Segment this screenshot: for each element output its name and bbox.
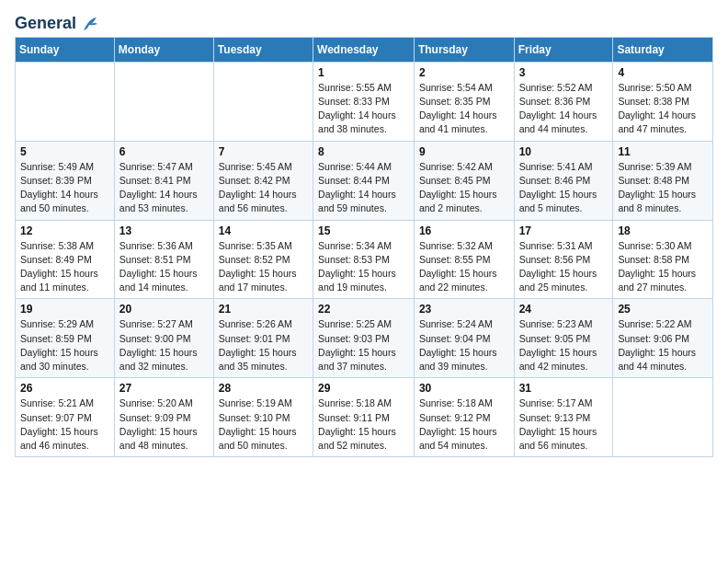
calendar-week-5: 26Sunrise: 5:21 AM Sunset: 9:07 PM Dayli…: [16, 378, 713, 457]
calendar-cell: 3Sunrise: 5:52 AM Sunset: 8:36 PM Daylig…: [514, 62, 613, 141]
day-number: 29: [318, 382, 409, 395]
calendar-cell: [114, 62, 213, 141]
calendar-week-4: 19Sunrise: 5:29 AM Sunset: 8:59 PM Dayli…: [16, 299, 713, 378]
day-number: 30: [419, 382, 509, 395]
day-info: Sunrise: 5:34 AM Sunset: 8:53 PM Dayligh…: [318, 239, 409, 295]
day-number: 22: [318, 303, 409, 316]
weekday-header-saturday: Saturday: [613, 37, 713, 62]
weekday-header-thursday: Thursday: [414, 37, 514, 62]
day-info: Sunrise: 5:55 AM Sunset: 8:33 PM Dayligh…: [318, 81, 409, 137]
day-info: Sunrise: 5:26 AM Sunset: 9:01 PM Dayligh…: [219, 317, 308, 373]
calendar-week-2: 5Sunrise: 5:49 AM Sunset: 8:39 PM Daylig…: [16, 141, 713, 220]
day-number: 24: [519, 303, 609, 316]
calendar-cell: 9Sunrise: 5:42 AM Sunset: 8:45 PM Daylig…: [414, 141, 514, 220]
logo-bird-icon: [78, 17, 98, 31]
day-info: Sunrise: 5:17 AM Sunset: 9:13 PM Dayligh…: [519, 396, 609, 453]
calendar-cell: 14Sunrise: 5:35 AM Sunset: 8:52 PM Dayli…: [213, 220, 313, 299]
calendar-cell: 30Sunrise: 5:18 AM Sunset: 9:12 PM Dayli…: [414, 378, 514, 457]
calendar-cell: [213, 62, 313, 141]
day-info: Sunrise: 5:36 AM Sunset: 8:51 PM Dayligh…: [119, 239, 209, 295]
day-info: Sunrise: 5:20 AM Sunset: 9:09 PM Dayligh…: [119, 396, 209, 453]
day-number: 10: [519, 145, 609, 158]
calendar-cell: 4Sunrise: 5:50 AM Sunset: 8:38 PM Daylig…: [613, 62, 713, 141]
calendar-cell: 24Sunrise: 5:23 AM Sunset: 9:05 PM Dayli…: [514, 299, 613, 378]
day-number: 5: [20, 145, 109, 158]
day-number: 3: [519, 66, 609, 79]
day-info: Sunrise: 5:21 AM Sunset: 9:07 PM Dayligh…: [20, 396, 109, 453]
day-number: 13: [119, 224, 209, 237]
calendar-cell: 13Sunrise: 5:36 AM Sunset: 8:51 PM Dayli…: [114, 220, 213, 299]
day-info: Sunrise: 5:31 AM Sunset: 8:56 PM Dayligh…: [519, 239, 609, 295]
calendar-week-3: 12Sunrise: 5:38 AM Sunset: 8:49 PM Dayli…: [16, 220, 713, 299]
logo-text: General: [15, 15, 76, 33]
calendar-cell: 12Sunrise: 5:38 AM Sunset: 8:49 PM Dayli…: [16, 220, 115, 299]
calendar-cell: 21Sunrise: 5:26 AM Sunset: 9:01 PM Dayli…: [213, 299, 313, 378]
day-info: Sunrise: 5:22 AM Sunset: 9:06 PM Dayligh…: [618, 317, 708, 373]
calendar-cell: 1Sunrise: 5:55 AM Sunset: 8:33 PM Daylig…: [313, 62, 415, 141]
day-number: 7: [219, 145, 308, 158]
day-number: 21: [219, 303, 308, 316]
day-number: 12: [20, 224, 109, 237]
day-number: 1: [318, 66, 409, 79]
weekday-header-tuesday: Tuesday: [213, 37, 313, 62]
day-info: Sunrise: 5:54 AM Sunset: 8:35 PM Dayligh…: [419, 81, 509, 137]
calendar-cell: 29Sunrise: 5:18 AM Sunset: 9:11 PM Dayli…: [313, 378, 415, 457]
day-info: Sunrise: 5:38 AM Sunset: 8:49 PM Dayligh…: [20, 239, 109, 295]
day-number: 20: [119, 303, 209, 316]
calendar-cell: 28Sunrise: 5:19 AM Sunset: 9:10 PM Dayli…: [213, 378, 313, 457]
calendar-cell: 23Sunrise: 5:24 AM Sunset: 9:04 PM Dayli…: [414, 299, 514, 378]
day-number: 18: [618, 224, 708, 237]
calendar-cell: 5Sunrise: 5:49 AM Sunset: 8:39 PM Daylig…: [16, 141, 115, 220]
calendar-cell: 7Sunrise: 5:45 AM Sunset: 8:42 PM Daylig…: [213, 141, 313, 220]
calendar-cell: 16Sunrise: 5:32 AM Sunset: 8:55 PM Dayli…: [414, 220, 514, 299]
calendar-cell: 25Sunrise: 5:22 AM Sunset: 9:06 PM Dayli…: [613, 299, 713, 378]
calendar-header: SundayMondayTuesdayWednesdayThursdayFrid…: [16, 37, 713, 62]
logo: General: [15, 15, 98, 29]
calendar-cell: 26Sunrise: 5:21 AM Sunset: 9:07 PM Dayli…: [16, 378, 115, 457]
day-info: Sunrise: 5:41 AM Sunset: 8:46 PM Dayligh…: [519, 160, 609, 216]
day-info: Sunrise: 5:42 AM Sunset: 8:45 PM Dayligh…: [419, 160, 509, 216]
calendar-cell: 27Sunrise: 5:20 AM Sunset: 9:09 PM Dayli…: [114, 378, 213, 457]
day-number: 6: [119, 145, 209, 158]
calendar-cell: 11Sunrise: 5:39 AM Sunset: 8:48 PM Dayli…: [613, 141, 713, 220]
calendar-cell: 17Sunrise: 5:31 AM Sunset: 8:56 PM Dayli…: [514, 220, 613, 299]
calendar-cell: [16, 62, 115, 141]
day-number: 28: [219, 382, 308, 395]
calendar-cell: 18Sunrise: 5:30 AM Sunset: 8:58 PM Dayli…: [613, 220, 713, 299]
day-info: Sunrise: 5:18 AM Sunset: 9:12 PM Dayligh…: [419, 396, 509, 453]
day-info: Sunrise: 5:25 AM Sunset: 9:03 PM Dayligh…: [318, 317, 409, 373]
calendar-week-1: 1Sunrise: 5:55 AM Sunset: 8:33 PM Daylig…: [16, 62, 713, 141]
day-info: Sunrise: 5:32 AM Sunset: 8:55 PM Dayligh…: [419, 239, 509, 295]
day-number: 25: [618, 303, 708, 316]
calendar-table: SundayMondayTuesdayWednesdayThursdayFrid…: [15, 37, 713, 457]
weekday-header-sunday: Sunday: [16, 37, 115, 62]
day-info: Sunrise: 5:49 AM Sunset: 8:39 PM Dayligh…: [20, 160, 109, 216]
day-info: Sunrise: 5:18 AM Sunset: 9:11 PM Dayligh…: [318, 396, 409, 453]
day-number: 19: [20, 303, 109, 316]
day-info: Sunrise: 5:45 AM Sunset: 8:42 PM Dayligh…: [219, 160, 308, 216]
day-number: 31: [519, 382, 609, 395]
calendar-body: 1Sunrise: 5:55 AM Sunset: 8:33 PM Daylig…: [16, 62, 713, 456]
day-number: 9: [419, 145, 509, 158]
day-info: Sunrise: 5:24 AM Sunset: 9:04 PM Dayligh…: [419, 317, 509, 373]
day-info: Sunrise: 5:30 AM Sunset: 8:58 PM Dayligh…: [618, 239, 708, 295]
day-number: 27: [119, 382, 209, 395]
calendar-cell: 20Sunrise: 5:27 AM Sunset: 9:00 PM Dayli…: [114, 299, 213, 378]
day-info: Sunrise: 5:29 AM Sunset: 8:59 PM Dayligh…: [20, 317, 109, 373]
day-number: 4: [618, 66, 708, 79]
calendar-cell: [613, 378, 713, 457]
day-info: Sunrise: 5:23 AM Sunset: 9:05 PM Dayligh…: [519, 317, 609, 373]
day-number: 2: [419, 66, 509, 79]
day-number: 23: [419, 303, 509, 316]
day-number: 8: [318, 145, 409, 158]
calendar-cell: 2Sunrise: 5:54 AM Sunset: 8:35 PM Daylig…: [414, 62, 514, 141]
day-info: Sunrise: 5:27 AM Sunset: 9:00 PM Dayligh…: [119, 317, 209, 373]
calendar-cell: 19Sunrise: 5:29 AM Sunset: 8:59 PM Dayli…: [16, 299, 115, 378]
weekday-header-row: SundayMondayTuesdayWednesdayThursdayFrid…: [16, 37, 713, 62]
day-number: 16: [419, 224, 509, 237]
day-info: Sunrise: 5:19 AM Sunset: 9:10 PM Dayligh…: [219, 396, 308, 453]
day-info: Sunrise: 5:35 AM Sunset: 8:52 PM Dayligh…: [219, 239, 308, 295]
day-number: 14: [219, 224, 308, 237]
weekday-header-wednesday: Wednesday: [313, 37, 415, 62]
calendar-cell: 31Sunrise: 5:17 AM Sunset: 9:13 PM Dayli…: [514, 378, 613, 457]
